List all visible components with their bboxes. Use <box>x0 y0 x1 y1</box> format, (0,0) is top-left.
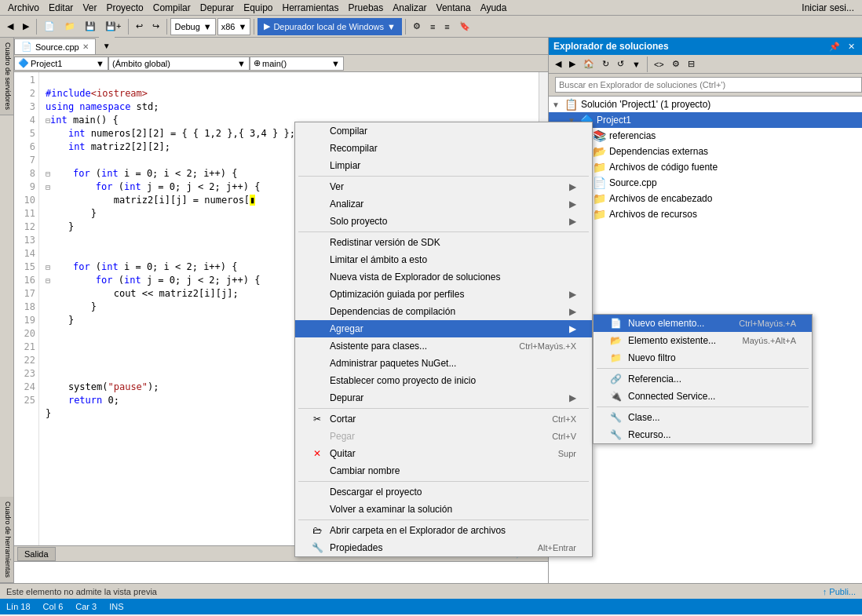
ctx-solo-proyecto[interactable]: Solo proyecto ▶ <box>295 213 592 230</box>
se-sync-btn[interactable]: ↻ <box>599 56 612 72</box>
ctx-nuget[interactable]: Administrar paquetes NuGet... <box>295 355 592 372</box>
ctx-ver-label: Ver <box>330 181 563 192</box>
ctx-depurar[interactable]: Depurar ▶ <box>295 389 592 406</box>
solution-explorer-title: Explorador de soluciones <box>553 41 669 52</box>
function-dropdown[interactable]: ⊕ main() ▼ <box>250 56 344 71</box>
se-pin-btn[interactable]: 📌 <box>827 38 842 54</box>
ctx-quitar[interactable]: ✕ Quitar Supr <box>295 445 592 462</box>
menu-ayuda[interactable]: Ayuda <box>476 1 512 15</box>
ctx-opt-label: Optimización guiada por perfiles <box>330 289 563 300</box>
sidebar-tab-toolbox[interactable]: Cuadro de herramientas <box>0 497 13 583</box>
tree-item-project[interactable]: ▼ 🔷 Project1 <box>549 112 862 128</box>
se-forward-btn[interactable]: ▶ <box>566 56 579 72</box>
tree-item-archivos-fuente[interactable]: ▶ 📁 Archivos de código fuente <box>549 159 862 175</box>
toolbar-extra-2[interactable]: ≡ <box>426 18 439 35</box>
ctx-recompilar[interactable]: Recompilar <box>295 140 592 157</box>
sub-elemento-existente[interactable]: 📂 Elemento existente... Mayús.+Alt+A <box>594 332 812 349</box>
ctx-inicio-label: Establecer como proyecto de inicio <box>330 375 576 386</box>
ctx-abrir-carpeta[interactable]: 🗁 Abrir carpeta en el Explorador de arch… <box>295 522 592 539</box>
menu-pruebas[interactable]: Pruebas <box>344 1 389 15</box>
ctx-dependencias[interactable]: Dependencias de compilación ▶ <box>295 303 592 320</box>
se-home-btn[interactable]: 🏠 <box>580 56 597 72</box>
menu-depurar[interactable]: Depurar <box>195 1 239 15</box>
publish-link[interactable]: ↑ Publi... <box>823 587 856 596</box>
se-close-btn[interactable]: ✕ <box>846 38 857 54</box>
ctx-establecer-inicio[interactable]: Establecer como proyecto de inicio <box>295 372 592 389</box>
solution-search-input[interactable] <box>555 77 862 93</box>
tree-item-solution[interactable]: ▼ 📋 Solución 'Project1' (1 proyecto) <box>549 97 862 112</box>
toolbar-open-btn[interactable]: 📁 <box>60 18 79 35</box>
tree-item-archivos-recursos[interactable]: ▶ 📁 Archivos de recursos <box>549 206 862 222</box>
se-collapse-btn[interactable]: ⊟ <box>685 56 698 72</box>
ctx-ver[interactable]: Ver ▶ <box>295 178 592 195</box>
ctx-cortar[interactable]: ✂ Cortar Ctrl+X <box>295 410 592 428</box>
tab-salida[interactable]: Salida <box>17 547 56 561</box>
toolbar-new-btn[interactable]: 📄 <box>40 18 59 35</box>
ctx-optimizacion[interactable]: Optimización guiada por perfiles ▶ <box>295 286 592 303</box>
ctx-nueva-vista[interactable]: Nueva vista de Explorador de soluciones <box>295 268 592 286</box>
toolbar-forward-btn[interactable]: ▶ <box>19 18 33 35</box>
recursos-icon: 📁 <box>593 208 606 221</box>
se-code-btn[interactable]: <> <box>651 56 667 72</box>
tab-source-cpp[interactable]: 📄 Source.cpp ✕ <box>14 38 96 54</box>
ctx-redistinar[interactable]: Redistinar versión de SDK <box>295 234 592 251</box>
toolbar-undo-btn[interactable]: ↩ <box>132 18 147 35</box>
menu-ver[interactable]: Ver <box>78 1 101 15</box>
menu-analizar[interactable]: Analizar <box>388 1 431 15</box>
ctx-analizar[interactable]: Analizar ▶ <box>295 195 592 213</box>
ctx-propiedades[interactable]: 🔧 Propiedades Alt+Entrar <box>295 539 592 556</box>
toolbar-save-all-btn[interactable]: 💾+ <box>101 18 125 35</box>
sub-recurso[interactable]: 🔧 Recurso... <box>594 426 812 443</box>
se-back-btn[interactable]: ◀ <box>552 56 564 72</box>
scope-dropdown[interactable]: (Ámbito global) ▼ <box>108 56 250 71</box>
menu-compilar[interactable]: Compilar <box>148 1 195 15</box>
se-refresh-btn[interactable]: ↺ <box>614 56 627 72</box>
debug-mode-dropdown[interactable]: Debug ▼ <box>170 18 215 35</box>
menu-iniciar-sesion[interactable]: Iniciar sesi... <box>797 1 859 15</box>
tree-item-source-cpp[interactable]: 📄 Source.cpp <box>549 175 862 191</box>
sub-clase[interactable]: 🔧 Clase... <box>594 409 812 426</box>
menu-ventana[interactable]: Ventana <box>432 1 476 15</box>
toolbar-save-btn[interactable]: 💾 <box>81 18 100 35</box>
se-props-btn[interactable]: ⚙ <box>669 56 683 72</box>
ctx-limpiar[interactable]: Limpiar <box>295 157 592 174</box>
sub-nuevo-elemento[interactable]: 📄 Nuevo elemento... Ctrl+Mayús.+A <box>594 315 812 332</box>
sub-referencia[interactable]: 🔗 Referencia... <box>594 370 812 388</box>
toolbar-redo-btn[interactable]: ↪ <box>148 18 163 35</box>
menu-editar[interactable]: Editar <box>44 1 78 15</box>
sidebar-tab-servers[interactable]: Cuadro de servidores <box>0 38 13 115</box>
ctx-agregar-arrow: ▶ <box>569 323 576 334</box>
ctx-cambiar-nombre[interactable]: Cambiar nombre <box>295 462 592 479</box>
sub-ref-icon: 🔗 <box>609 374 622 385</box>
ctx-descargar[interactable]: Descargar el proyecto <box>295 483 592 501</box>
tree-item-referencias[interactable]: ▶ 📚 referencias <box>549 128 862 144</box>
ctx-asistente[interactable]: Asistente para clases... Ctrl+Mayús.+X <box>295 337 592 355</box>
project-dropdown[interactable]: 🔷 Project1 ▼ <box>14 56 108 71</box>
sub-nuevo-filtro[interactable]: 📁 Nuevo filtro <box>594 349 812 366</box>
ctx-abrir-icon: 🗁 <box>311 525 323 536</box>
toolbar-sep-1 <box>36 19 37 35</box>
menu-herramientas[interactable]: Herramientas <box>278 1 344 15</box>
ctx-limitar[interactable]: Limitar el ámbito a esto <box>295 251 592 268</box>
ctx-agregar[interactable]: Agregar ▶ <box>295 320 592 337</box>
platform-dropdown[interactable]: x86 ▼ <box>217 18 251 35</box>
toolbar-bookmark-btn[interactable]: 🔖 <box>455 18 474 35</box>
tab-close-btn[interactable]: ✕ <box>82 42 89 51</box>
scope-label: (Ámbito global) <box>112 59 170 68</box>
se-filter-btn[interactable]: ▼ <box>629 56 644 72</box>
sub-connected-service[interactable]: 🔌 Connected Service... <box>594 388 812 405</box>
menu-archivo[interactable]: Archivo <box>3 1 44 15</box>
tree-item-dependencias[interactable]: ▶ 📂 Dependencias externas <box>549 144 862 159</box>
menu-equipo[interactable]: Equipo <box>239 1 277 15</box>
run-button[interactable]: ▶ Depurador local de Windows ▼ <box>258 18 402 35</box>
toolbar-extra-3[interactable]: ≡ <box>440 18 453 35</box>
ctx-volver-examinar[interactable]: Volver a examinar la solución <box>295 501 592 518</box>
menu-proyecto[interactable]: Proyecto <box>101 1 148 15</box>
toolbar-extra-1[interactable]: ⚙ <box>409 18 425 35</box>
ctx-compilar[interactable]: Compilar <box>295 122 592 140</box>
tree-item-archivos-encabezado[interactable]: ▶ 📁 Archivos de encabezado <box>549 191 862 206</box>
toolbar-back-btn[interactable]: ◀ <box>3 18 17 35</box>
ctx-sep-5 <box>298 519 589 520</box>
tab-dropdown-btn[interactable]: ▼ <box>99 37 115 54</box>
ctx-analizar-label: Analizar <box>330 199 563 210</box>
